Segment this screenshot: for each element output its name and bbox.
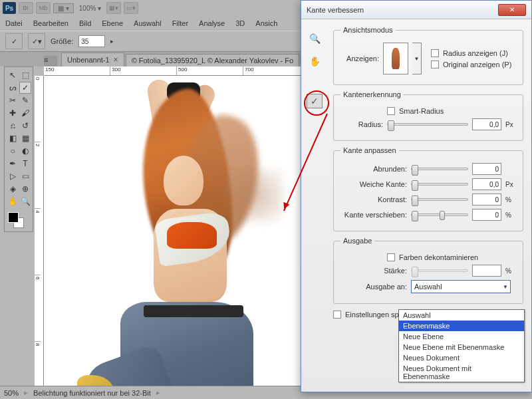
gradient-tool[interactable]: ▦	[19, 132, 31, 144]
feather-label: Weiche Kante:	[340, 180, 407, 188]
menu-layer[interactable]: Ebene	[102, 19, 123, 27]
view-preview[interactable]	[383, 43, 408, 74]
3d-camera-tool[interactable]: ⊕	[19, 183, 31, 195]
output-dropdown: Auswahl Ebenenmaske Neue Ebene Neue Eben…	[398, 309, 525, 382]
dropdown-option[interactable]: Neues Dokument mit Ebenenmaske	[399, 363, 524, 382]
size-stepper[interactable]: ▸	[110, 38, 114, 45]
shape-tool[interactable]: ▭	[19, 170, 31, 182]
radius-label: Radius:	[340, 120, 383, 128]
decontaminate-label: Farben dekontaminieren	[399, 253, 478, 261]
brush-tool[interactable]: 🖌	[19, 107, 31, 119]
screen-mode[interactable]: ▦ ▾	[53, 3, 74, 13]
output-combo[interactable]: Auswahl	[411, 280, 511, 293]
amount-label: Stärke:	[340, 267, 407, 275]
smooth-slider[interactable]	[411, 168, 468, 170]
feather-slider[interactable]	[411, 183, 468, 186]
shift-input[interactable]	[472, 209, 501, 221]
photo-content	[51, 76, 310, 386]
photoshop-icon: Ps	[3, 2, 16, 14]
pen-tool[interactable]: ✒	[7, 158, 19, 170]
radius-input[interactable]	[472, 118, 501, 130]
lasso-tool[interactable]: ᔕ	[7, 82, 19, 94]
contrast-input[interactable]	[472, 194, 501, 205]
output-to-label: Ausgabe an:	[340, 283, 407, 291]
quick-select-tool[interactable]: ✓	[19, 82, 31, 94]
hand-tool[interactable]: ✋	[7, 196, 19, 207]
dialog-title: Kante verbessern	[307, 6, 364, 14]
adjust-edge-group: Kante anpassen Abrunden: Weiche Kante:Px…	[333, 146, 523, 231]
hand-icon[interactable]: ✋	[307, 54, 323, 68]
dialog-close-button[interactable]: ✕	[498, 4, 526, 16]
dropdown-option[interactable]: Neue Ebene mit Ebenenmaske	[399, 342, 524, 352]
amount-input	[472, 265, 501, 277]
toolbox: ↖ ⬚ ᔕ ✓ ✂ ✎ ✚ 🖌 ⎌ ↺ ◧ ▦ ○ ◐ ✒ T ▷ ▭ ◈ ⊕ …	[4, 66, 33, 232]
path-select-tool[interactable]: ▷	[7, 170, 19, 182]
refine-radius-tool[interactable]: ✓	[307, 94, 323, 108]
zoom-tool[interactable]: 🔍	[19, 196, 31, 207]
contrast-slider[interactable]	[411, 198, 468, 201]
document-tab-1[interactable]: Unbenannt-1×	[61, 53, 124, 66]
zoom-icon[interactable]: 🔍	[307, 31, 323, 46]
menu-edit[interactable]: Bearbeiten	[33, 19, 68, 27]
document-tab-2[interactable]: © Fotolia_13395920_L © Alexander Yakovle…	[126, 54, 300, 66]
dropdown-option-selected[interactable]: Ebenenmaske	[399, 321, 524, 331]
eraser-tool[interactable]: ◧	[7, 132, 19, 144]
arrange-button[interactable]: ▦▾	[106, 2, 121, 14]
radius-slider[interactable]	[387, 123, 468, 126]
menu-3d[interactable]: 3D	[235, 19, 245, 27]
dropdown-option[interactable]: Neues Dokument	[399, 352, 524, 363]
amount-slider	[411, 269, 468, 272]
show-original-label: Original anzeigen (P)	[443, 61, 511, 68]
status-info: Belichtung funktioniert nur bei 32-Bit	[33, 389, 151, 397]
show-radius-checkbox[interactable]	[431, 49, 439, 57]
close-icon[interactable]: ×	[114, 55, 118, 65]
type-tool[interactable]: T	[19, 158, 31, 170]
show-label: Anzeigen:	[340, 55, 379, 63]
view-mode-group: Ansichtsmodus Anzeigen: ▼ Radius anzeige…	[333, 26, 523, 85]
smart-radius-checkbox[interactable]	[387, 107, 395, 115]
minibridge-button[interactable]: Mb	[36, 2, 51, 14]
dropdown-option[interactable]: Neue Ebene	[399, 331, 524, 342]
show-original-checkbox[interactable]	[431, 61, 439, 68]
decontaminate-checkbox[interactable]	[387, 253, 395, 261]
stamp-tool[interactable]: ⎌	[7, 120, 19, 132]
menu-filter[interactable]: Filter	[172, 19, 188, 27]
shift-slider[interactable]	[411, 213, 468, 216]
menu-file[interactable]: Datei	[5, 19, 23, 27]
crop-tool[interactable]: ✂	[7, 94, 19, 106]
menu-analysis[interactable]: Analyse	[199, 19, 225, 27]
status-zoom[interactable]: 50%	[4, 389, 19, 397]
zoom-level[interactable]: 100% ▾	[76, 5, 104, 12]
menu-view[interactable]: Ansich	[255, 19, 277, 27]
screen-button[interactable]: ▭▾	[124, 2, 138, 14]
blur-tool[interactable]: ○	[7, 145, 19, 157]
refine-brush-icon[interactable]: ✓▾	[28, 33, 45, 49]
shift-label: Kante verschieben:	[340, 211, 407, 219]
healing-tool[interactable]: ✚	[7, 107, 19, 119]
ruler-vertical: 02468	[35, 76, 44, 386]
marquee-tool[interactable]: ⬚	[19, 69, 31, 81]
tab-dropdown[interactable]: ≡	[44, 56, 57, 66]
edge-detection-group: Kantenerkennung Smart-Radius Radius:Px	[333, 90, 523, 141]
refine-edge-dialog: Kante verbessern ✕ 🔍 ✋ ✓ Ansichtsmodus A…	[301, 0, 532, 392]
smooth-input[interactable]	[472, 163, 501, 175]
view-dropdown[interactable]: ▼	[412, 43, 422, 74]
dodge-tool[interactable]: ◐	[19, 145, 31, 157]
bridge-button[interactable]: Br	[19, 2, 33, 14]
eyedropper-tool[interactable]: ✎	[19, 94, 31, 106]
output-group: Ausgabe Farben dekontaminieren Stärke:% …	[333, 237, 523, 304]
remember-settings-checkbox[interactable]	[333, 311, 341, 319]
history-brush-tool[interactable]: ↺	[19, 120, 31, 132]
color-swatch[interactable]	[7, 211, 31, 229]
menu-select[interactable]: Auswahl	[134, 19, 162, 27]
menu-image[interactable]: Bild	[79, 19, 91, 27]
size-label: Größe:	[51, 37, 73, 45]
3d-tool[interactable]: ◈	[7, 183, 19, 195]
feather-input[interactable]	[472, 178, 501, 190]
size-input[interactable]	[78, 35, 105, 47]
current-tool-icon[interactable]: ✓	[5, 33, 23, 49]
dropdown-option[interactable]: Auswahl	[399, 310, 524, 321]
smooth-label: Abrunden:	[340, 165, 407, 173]
show-radius-label: Radius anzeigen (J)	[443, 49, 508, 57]
move-tool[interactable]: ↖	[7, 69, 19, 81]
